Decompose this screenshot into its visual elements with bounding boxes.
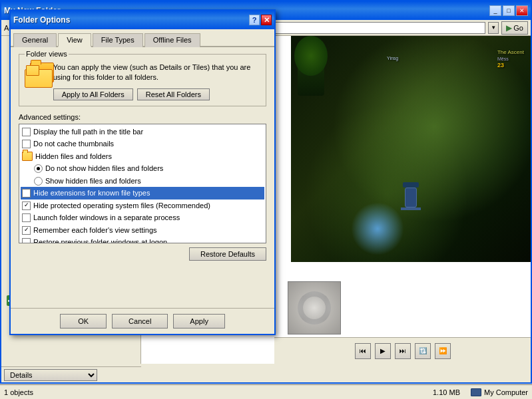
settings-list-container[interactable]: Display the full path in the title bar D… bbox=[19, 124, 266, 243]
hidden-folder-icon bbox=[22, 152, 33, 161]
my-computer-status: My Computer bbox=[471, 388, 528, 396]
checkbox-cache-thumbs[interactable] bbox=[22, 140, 31, 148]
label-cache-thumbs: Do not cache thumbnails bbox=[33, 138, 114, 150]
tab-view[interactable]: View bbox=[58, 33, 91, 47]
restore-defaults-button[interactable]: Restore Defaults bbox=[189, 247, 266, 261]
settings-item-restore-windows[interactable]: Restore previous folder windows at logon bbox=[21, 236, 264, 243]
settings-item-hide-protected[interactable]: Hide protected operating system files (R… bbox=[21, 200, 264, 212]
checkbox-full-path[interactable] bbox=[22, 128, 31, 136]
dialog-title: Folder Options bbox=[13, 15, 70, 25]
status-bar: 1 objects 1.10 MB My Computer bbox=[0, 384, 532, 399]
radio-show-hidden[interactable] bbox=[34, 177, 43, 186]
folder-views-section: Folder views You can apply the view (suc… bbox=[19, 54, 266, 106]
radio-no-hidden[interactable] bbox=[34, 164, 43, 173]
label-remember-view: Remember each folder's view settings bbox=[33, 225, 157, 236]
dialog-controls: ? ✕ bbox=[249, 15, 272, 25]
dialog-buttons: OK Cancel Apply bbox=[11, 308, 274, 334]
checkbox-hide-ext[interactable] bbox=[22, 189, 31, 198]
dialog-close-button[interactable]: ✕ bbox=[261, 15, 272, 25]
dialog-overlay: Folder Options ? ✕ General View File Typ… bbox=[0, 0, 532, 384]
folder-views-text-area: You can apply the view (such as Details … bbox=[53, 63, 260, 100]
label-launch-separate: Launch folder windows in a separate proc… bbox=[33, 212, 180, 223]
dialog-titlebar: Folder Options ? ✕ bbox=[11, 11, 274, 29]
checkbox-remember-view[interactable] bbox=[22, 226, 31, 235]
checkbox-restore-windows[interactable] bbox=[22, 238, 31, 243]
views-buttons: Apply to All Folders Reset All Folders bbox=[53, 88, 260, 100]
apply-button[interactable]: Apply bbox=[173, 314, 225, 329]
settings-item-remember-view[interactable]: Remember each folder's view settings bbox=[21, 224, 264, 237]
settings-item-no-hidden[interactable]: Do not show hidden files and folders bbox=[21, 162, 264, 175]
label-restore-windows: Restore previous folder windows at logon bbox=[33, 237, 167, 243]
cancel-button[interactable]: Cancel bbox=[112, 314, 168, 329]
apply-all-folders-button[interactable]: Apply to All Folders bbox=[53, 88, 133, 100]
folder-icon-stack bbox=[25, 63, 47, 94]
folder-views-label: Folder views bbox=[25, 50, 69, 58]
settings-item-launch-separate[interactable]: Launch folder windows in a separate proc… bbox=[21, 211, 264, 224]
status-size: 1.10 MB bbox=[433, 388, 460, 396]
checkbox-launch-separate[interactable] bbox=[22, 213, 31, 222]
tab-file-types[interactable]: File Types bbox=[93, 33, 143, 47]
computer-icon bbox=[471, 388, 481, 396]
tab-view-label: View bbox=[67, 36, 83, 44]
status-right: 1.10 MB My Computer bbox=[433, 388, 528, 396]
label-full-path: Display the full path in the title bar bbox=[33, 126, 143, 138]
label-hide-protected: Hide protected operating system files (R… bbox=[33, 200, 210, 211]
label-show-hidden: Show hidden files and folders bbox=[45, 176, 141, 187]
ok-button[interactable]: OK bbox=[60, 314, 107, 329]
label-hide-ext: Hide extensions for known file types bbox=[33, 188, 150, 199]
tab-general[interactable]: General bbox=[13, 33, 57, 47]
settings-item-cache-thumbs[interactable]: Do not cache thumbnails bbox=[21, 138, 264, 150]
settings-item-hidden-folder: Hidden files and folders bbox=[21, 150, 264, 163]
status-objects: 1 objects bbox=[4, 388, 33, 396]
tab-file-types-label: File Types bbox=[101, 36, 134, 44]
settings-item-show-hidden[interactable]: Show hidden files and folders bbox=[21, 175, 264, 188]
label-no-hidden: Do not show hidden files and folders bbox=[45, 163, 163, 174]
tab-general-label: General bbox=[22, 36, 48, 44]
dialog-main-content: Folder views You can apply the view (suc… bbox=[11, 47, 274, 273]
folder-options-dialog: Folder Options ? ✕ General View File Typ… bbox=[9, 9, 276, 335]
advanced-settings-label: Advanced settings: bbox=[19, 113, 266, 121]
label-hidden-files: Hidden files and folders bbox=[35, 151, 112, 162]
settings-item-full-path[interactable]: Display the full path in the title bar bbox=[21, 126, 264, 138]
tab-offline-files[interactable]: Offline Files bbox=[144, 33, 200, 47]
tab-offline-files-label: Offline Files bbox=[153, 36, 192, 44]
reset-all-folders-button[interactable]: Reset All Folders bbox=[137, 88, 210, 100]
restore-btn-row: Restore Defaults bbox=[19, 247, 266, 261]
dialog-help-button[interactable]: ? bbox=[249, 15, 260, 25]
checkbox-hide-protected[interactable] bbox=[22, 201, 31, 210]
my-computer-label: My Computer bbox=[484, 388, 528, 396]
dialog-tabs: General View File Types Offline Files bbox=[11, 29, 274, 47]
settings-list: Display the full path in the title bar D… bbox=[19, 124, 266, 243]
folder-views-description: You can apply the view (such as Details … bbox=[53, 63, 251, 81]
settings-item-hide-ext[interactable]: Hide extensions for known file types bbox=[21, 187, 264, 200]
folder-views-content: You can apply the view (such as Details … bbox=[25, 60, 260, 100]
